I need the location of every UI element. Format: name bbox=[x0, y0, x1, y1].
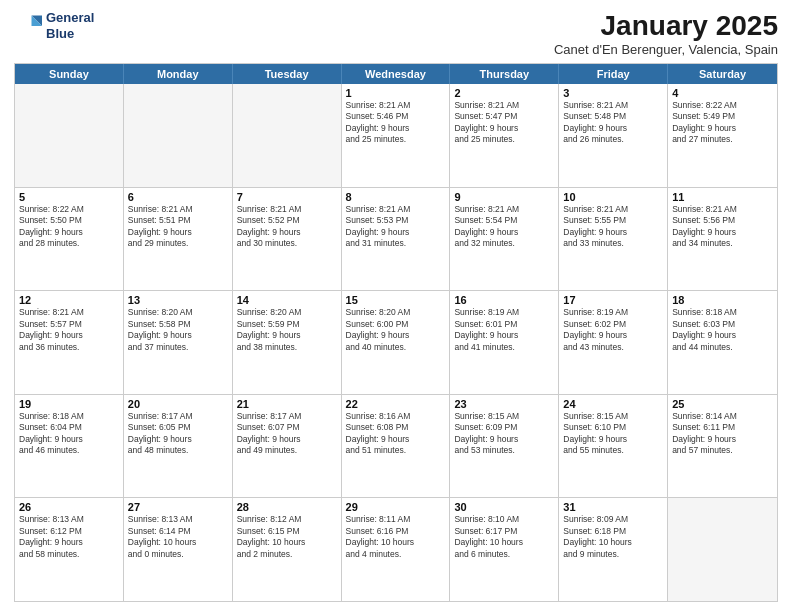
calendar-cell: 12Sunrise: 8:21 AM Sunset: 5:57 PM Dayli… bbox=[15, 291, 124, 394]
cell-info: Sunrise: 8:21 AM Sunset: 5:55 PM Dayligh… bbox=[563, 204, 663, 250]
calendar-cell: 5Sunrise: 8:22 AM Sunset: 5:50 PM Daylig… bbox=[15, 188, 124, 291]
cell-info: Sunrise: 8:21 AM Sunset: 5:53 PM Dayligh… bbox=[346, 204, 446, 250]
calendar-cell: 19Sunrise: 8:18 AM Sunset: 6:04 PM Dayli… bbox=[15, 395, 124, 498]
calendar-cell: 22Sunrise: 8:16 AM Sunset: 6:08 PM Dayli… bbox=[342, 395, 451, 498]
logo: General Blue bbox=[14, 10, 94, 41]
calendar-cell bbox=[15, 84, 124, 187]
calendar-cell: 27Sunrise: 8:13 AM Sunset: 6:14 PM Dayli… bbox=[124, 498, 233, 601]
day-number: 1 bbox=[346, 87, 446, 99]
day-number: 12 bbox=[19, 294, 119, 306]
cell-info: Sunrise: 8:21 AM Sunset: 5:51 PM Dayligh… bbox=[128, 204, 228, 250]
cell-info: Sunrise: 8:16 AM Sunset: 6:08 PM Dayligh… bbox=[346, 411, 446, 457]
header-day-monday: Monday bbox=[124, 64, 233, 84]
day-number: 23 bbox=[454, 398, 554, 410]
calendar-cell: 30Sunrise: 8:10 AM Sunset: 6:17 PM Dayli… bbox=[450, 498, 559, 601]
calendar-row-0: 1Sunrise: 8:21 AM Sunset: 5:46 PM Daylig… bbox=[15, 84, 777, 187]
cell-info: Sunrise: 8:19 AM Sunset: 6:02 PM Dayligh… bbox=[563, 307, 663, 353]
day-number: 13 bbox=[128, 294, 228, 306]
cell-info: Sunrise: 8:21 AM Sunset: 5:54 PM Dayligh… bbox=[454, 204, 554, 250]
calendar-cell: 26Sunrise: 8:13 AM Sunset: 6:12 PM Dayli… bbox=[15, 498, 124, 601]
day-number: 15 bbox=[346, 294, 446, 306]
calendar-body: 1Sunrise: 8:21 AM Sunset: 5:46 PM Daylig… bbox=[15, 84, 777, 601]
day-number: 28 bbox=[237, 501, 337, 513]
day-number: 22 bbox=[346, 398, 446, 410]
day-number: 19 bbox=[19, 398, 119, 410]
calendar-cell: 28Sunrise: 8:12 AM Sunset: 6:15 PM Dayli… bbox=[233, 498, 342, 601]
cell-info: Sunrise: 8:14 AM Sunset: 6:11 PM Dayligh… bbox=[672, 411, 773, 457]
cell-info: Sunrise: 8:20 AM Sunset: 6:00 PM Dayligh… bbox=[346, 307, 446, 353]
calendar-cell: 31Sunrise: 8:09 AM Sunset: 6:18 PM Dayli… bbox=[559, 498, 668, 601]
calendar-cell: 11Sunrise: 8:21 AM Sunset: 5:56 PM Dayli… bbox=[668, 188, 777, 291]
calendar-cell: 3Sunrise: 8:21 AM Sunset: 5:48 PM Daylig… bbox=[559, 84, 668, 187]
day-number: 11 bbox=[672, 191, 773, 203]
header: General Blue January 2025 Canet d'En Ber… bbox=[14, 10, 778, 57]
day-number: 21 bbox=[237, 398, 337, 410]
calendar-cell: 13Sunrise: 8:20 AM Sunset: 5:58 PM Dayli… bbox=[124, 291, 233, 394]
day-number: 9 bbox=[454, 191, 554, 203]
calendar: SundayMondayTuesdayWednesdayThursdayFrid… bbox=[14, 63, 778, 602]
calendar-cell: 15Sunrise: 8:20 AM Sunset: 6:00 PM Dayli… bbox=[342, 291, 451, 394]
subtitle: Canet d'En Berenguer, Valencia, Spain bbox=[554, 42, 778, 57]
day-number: 6 bbox=[128, 191, 228, 203]
day-number: 5 bbox=[19, 191, 119, 203]
calendar-row-2: 12Sunrise: 8:21 AM Sunset: 5:57 PM Dayli… bbox=[15, 290, 777, 394]
calendar-cell: 25Sunrise: 8:14 AM Sunset: 6:11 PM Dayli… bbox=[668, 395, 777, 498]
cell-info: Sunrise: 8:15 AM Sunset: 6:09 PM Dayligh… bbox=[454, 411, 554, 457]
header-day-tuesday: Tuesday bbox=[233, 64, 342, 84]
calendar-cell: 17Sunrise: 8:19 AM Sunset: 6:02 PM Dayli… bbox=[559, 291, 668, 394]
calendar-header: SundayMondayTuesdayWednesdayThursdayFrid… bbox=[15, 64, 777, 84]
cell-info: Sunrise: 8:21 AM Sunset: 5:48 PM Dayligh… bbox=[563, 100, 663, 146]
logo-icon bbox=[14, 12, 42, 40]
header-day-saturday: Saturday bbox=[668, 64, 777, 84]
calendar-cell: 23Sunrise: 8:15 AM Sunset: 6:09 PM Dayli… bbox=[450, 395, 559, 498]
calendar-cell bbox=[233, 84, 342, 187]
calendar-cell bbox=[668, 498, 777, 601]
cell-info: Sunrise: 8:21 AM Sunset: 5:57 PM Dayligh… bbox=[19, 307, 119, 353]
calendar-cell: 2Sunrise: 8:21 AM Sunset: 5:47 PM Daylig… bbox=[450, 84, 559, 187]
cell-info: Sunrise: 8:17 AM Sunset: 6:07 PM Dayligh… bbox=[237, 411, 337, 457]
calendar-row-3: 19Sunrise: 8:18 AM Sunset: 6:04 PM Dayli… bbox=[15, 394, 777, 498]
cell-info: Sunrise: 8:20 AM Sunset: 5:58 PM Dayligh… bbox=[128, 307, 228, 353]
page: General Blue January 2025 Canet d'En Ber… bbox=[0, 0, 792, 612]
logo-text: General Blue bbox=[46, 10, 94, 41]
calendar-cell bbox=[124, 84, 233, 187]
day-number: 29 bbox=[346, 501, 446, 513]
cell-info: Sunrise: 8:20 AM Sunset: 5:59 PM Dayligh… bbox=[237, 307, 337, 353]
day-number: 10 bbox=[563, 191, 663, 203]
day-number: 2 bbox=[454, 87, 554, 99]
day-number: 26 bbox=[19, 501, 119, 513]
day-number: 8 bbox=[346, 191, 446, 203]
calendar-cell: 8Sunrise: 8:21 AM Sunset: 5:53 PM Daylig… bbox=[342, 188, 451, 291]
calendar-cell: 7Sunrise: 8:21 AM Sunset: 5:52 PM Daylig… bbox=[233, 188, 342, 291]
cell-info: Sunrise: 8:15 AM Sunset: 6:10 PM Dayligh… bbox=[563, 411, 663, 457]
calendar-cell: 20Sunrise: 8:17 AM Sunset: 6:05 PM Dayli… bbox=[124, 395, 233, 498]
cell-info: Sunrise: 8:17 AM Sunset: 6:05 PM Dayligh… bbox=[128, 411, 228, 457]
cell-info: Sunrise: 8:13 AM Sunset: 6:14 PM Dayligh… bbox=[128, 514, 228, 560]
calendar-cell: 16Sunrise: 8:19 AM Sunset: 6:01 PM Dayli… bbox=[450, 291, 559, 394]
month-title: January 2025 bbox=[554, 10, 778, 42]
cell-info: Sunrise: 8:13 AM Sunset: 6:12 PM Dayligh… bbox=[19, 514, 119, 560]
cell-info: Sunrise: 8:11 AM Sunset: 6:16 PM Dayligh… bbox=[346, 514, 446, 560]
cell-info: Sunrise: 8:19 AM Sunset: 6:01 PM Dayligh… bbox=[454, 307, 554, 353]
cell-info: Sunrise: 8:22 AM Sunset: 5:49 PM Dayligh… bbox=[672, 100, 773, 146]
day-number: 25 bbox=[672, 398, 773, 410]
title-area: January 2025 Canet d'En Berenguer, Valen… bbox=[554, 10, 778, 57]
header-day-friday: Friday bbox=[559, 64, 668, 84]
day-number: 7 bbox=[237, 191, 337, 203]
day-number: 14 bbox=[237, 294, 337, 306]
calendar-cell: 24Sunrise: 8:15 AM Sunset: 6:10 PM Dayli… bbox=[559, 395, 668, 498]
cell-info: Sunrise: 8:12 AM Sunset: 6:15 PM Dayligh… bbox=[237, 514, 337, 560]
cell-info: Sunrise: 8:21 AM Sunset: 5:56 PM Dayligh… bbox=[672, 204, 773, 250]
cell-info: Sunrise: 8:18 AM Sunset: 6:03 PM Dayligh… bbox=[672, 307, 773, 353]
day-number: 18 bbox=[672, 294, 773, 306]
calendar-cell: 4Sunrise: 8:22 AM Sunset: 5:49 PM Daylig… bbox=[668, 84, 777, 187]
cell-info: Sunrise: 8:18 AM Sunset: 6:04 PM Dayligh… bbox=[19, 411, 119, 457]
cell-info: Sunrise: 8:22 AM Sunset: 5:50 PM Dayligh… bbox=[19, 204, 119, 250]
calendar-cell: 18Sunrise: 8:18 AM Sunset: 6:03 PM Dayli… bbox=[668, 291, 777, 394]
day-number: 31 bbox=[563, 501, 663, 513]
header-day-wednesday: Wednesday bbox=[342, 64, 451, 84]
header-day-thursday: Thursday bbox=[450, 64, 559, 84]
day-number: 24 bbox=[563, 398, 663, 410]
calendar-cell: 6Sunrise: 8:21 AM Sunset: 5:51 PM Daylig… bbox=[124, 188, 233, 291]
day-number: 27 bbox=[128, 501, 228, 513]
